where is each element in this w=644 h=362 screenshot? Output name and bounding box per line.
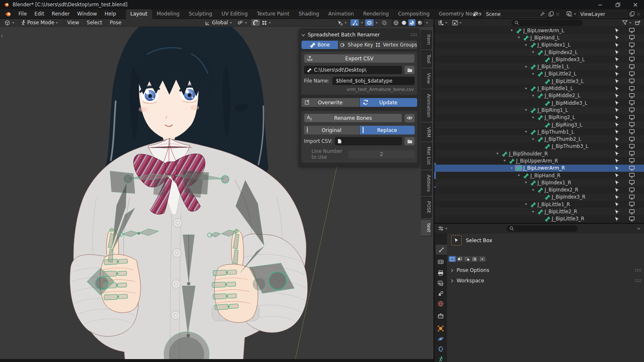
filter-icon[interactable] — [622, 20, 628, 25]
expand-chevron-icon[interactable] — [530, 116, 536, 119]
outliner-row[interactable]: J_BipLittle2_R — [434, 208, 644, 215]
viewport-display-icon[interactable] — [629, 129, 635, 134]
pin-icon[interactable] — [540, 12, 545, 16]
outliner-item-label[interactable]: J_BipIndex2_L — [544, 49, 578, 55]
expand-chevron-icon[interactable] — [501, 159, 508, 163]
panel-drag-handle[interactable] — [635, 269, 641, 272]
restore-button[interactable] — [609, 0, 626, 9]
selectability-icon[interactable] — [614, 86, 620, 91]
set-new-selection-button[interactable] — [449, 256, 456, 262]
viewport-display-icon[interactable] — [629, 137, 635, 142]
properties-editor-type-button[interactable] — [438, 226, 448, 231]
properties-tab-collection[interactable] — [434, 311, 447, 321]
expand-chevron-icon[interactable] — [522, 43, 529, 47]
outliner-row[interactable]: J_BipMiddle1_L — [434, 85, 644, 92]
selectability-icon[interactable] — [614, 180, 620, 185]
intersect-selection-button[interactable] — [479, 256, 486, 262]
menu-file[interactable]: File — [15, 10, 31, 18]
viewport-display-icon[interactable] — [629, 115, 635, 120]
expand-chevron-icon[interactable] — [522, 108, 529, 112]
original-radio-button[interactable]: Original — [304, 126, 359, 134]
viewport-display-icon[interactable] — [629, 35, 635, 40]
viewport-display-icon[interactable] — [629, 165, 635, 171]
outliner-row[interactable]: J_BipIndex2_R — [434, 186, 644, 194]
expand-chevron-icon[interactable] — [522, 65, 529, 69]
sidebar-tab-mat-list[interactable]: Mat List — [421, 142, 432, 169]
selectability-icon[interactable] — [614, 165, 620, 171]
selectability-icon[interactable] — [614, 35, 620, 40]
workspace-tab-sculpting[interactable]: Sculpting — [184, 9, 217, 19]
viewport-display-icon[interactable] — [629, 209, 635, 215]
selectability-icon[interactable] — [614, 144, 620, 149]
outliner-item-label[interactable]: J_BipLittle1_L — [537, 64, 569, 70]
sidebar-tab-vrm[interactable]: VRM — [421, 123, 432, 142]
outliner-item-label[interactable]: J_BipShoulder_R — [508, 151, 548, 157]
selectability-icon[interactable] — [614, 28, 620, 33]
expand-chevron-icon[interactable] — [515, 36, 522, 39]
outliner-item-label[interactable]: J_BipRing1_L — [537, 107, 568, 113]
viewport-display-icon[interactable] — [629, 187, 635, 193]
sidebar-tab-view[interactable]: View — [421, 69, 432, 88]
line-number-value[interactable]: 2 — [348, 150, 415, 158]
chevron-down-icon[interactable] — [361, 21, 364, 24]
outliner-row[interactable]: J_BipIndex1_L — [434, 41, 644, 49]
outliner-item-label[interactable]: J_BipLittle2_R — [544, 209, 577, 215]
viewport-display-icon[interactable] — [629, 93, 635, 98]
import-browse-button[interactable] — [405, 137, 415, 145]
expand-chevron-icon[interactable] — [530, 210, 536, 214]
selectability-icon[interactable] — [614, 42, 620, 48]
selectability-icon[interactable] — [614, 187, 620, 193]
viewport-display-icon[interactable] — [629, 202, 635, 207]
outliner-item-label[interactable]: J_BipThumb3_L — [551, 143, 588, 149]
outliner-item-label[interactable]: J_BipMiddle1_L — [537, 85, 573, 91]
expand-chevron-icon[interactable] — [530, 50, 536, 54]
outliner-row[interactable]: J_BipLowerArm_L — [434, 27, 644, 34]
panel-collapse-icon[interactable] — [301, 33, 305, 37]
workspace-panel[interactable]: Workspace — [447, 276, 644, 286]
viewport-display-icon[interactable] — [629, 28, 635, 33]
outliner-item-label[interactable]: J_BipThumb2_L — [544, 136, 581, 142]
workspace-tab-rendering[interactable]: Rendering — [358, 9, 393, 19]
workspace-tab-uv-editing[interactable]: UV Editing — [217, 9, 252, 19]
outliner-item-label[interactable]: J_BipRing3_L — [551, 122, 582, 128]
editor-type-button[interactable] — [3, 19, 16, 26]
viewport-display-icon[interactable] — [629, 100, 635, 106]
expand-chevron-icon[interactable] — [530, 94, 536, 98]
viewport-display-icon[interactable] — [629, 71, 635, 77]
browse-folder-button[interactable] — [405, 66, 415, 74]
outliner-item-label[interactable]: J_BipIndex2_R — [544, 187, 578, 193]
import-csv-field[interactable] — [335, 137, 402, 145]
blender-menu-icon[interactable] — [4, 11, 11, 17]
expand-chevron-icon[interactable] — [522, 130, 529, 134]
expand-chevron-icon[interactable] — [508, 166, 515, 170]
outliner-row[interactable]: J_BipRing1_L — [434, 106, 644, 114]
show-overlays-button[interactable] — [365, 19, 374, 26]
outliner-item-label[interactable]: J_BipIndex1_L — [537, 42, 571, 48]
sidebar-tab-tool[interactable]: Tool — [421, 50, 432, 67]
expand-chevron-icon[interactable] — [530, 188, 536, 192]
rename-bones-button[interactable]: Az Rename Bones — [304, 114, 402, 122]
close-button[interactable] — [626, 0, 644, 9]
invert-selection-button[interactable] — [471, 256, 478, 262]
outliner-item-label[interactable]: J_BipUpperArm_R — [515, 158, 558, 164]
update-button[interactable]: Update — [360, 98, 418, 107]
viewport-display-icon[interactable] — [629, 173, 635, 178]
outliner-row[interactable]: J_BipIndex3_R — [434, 194, 644, 201]
snap-settings-button[interactable] — [260, 19, 273, 26]
viewport-menu-select[interactable]: Select — [83, 20, 106, 26]
snap-toggle-button[interactable] — [252, 19, 260, 26]
selectability-icon[interactable] — [614, 71, 620, 77]
outliner-row[interactable]: J_BipLittle3_L — [434, 78, 644, 85]
outliner-row[interactable]: J_BipIndex1_R — [434, 179, 644, 186]
active-tool-icon-box[interactable] — [451, 235, 462, 246]
export-csv-button[interactable]: Export CSV — [304, 54, 415, 63]
selectability-icon[interactable] — [614, 64, 620, 70]
outliner-row[interactable]: J_BipThumb1_L — [434, 128, 644, 135]
chevron-down-icon[interactable] — [375, 21, 378, 24]
viewport-display-icon[interactable] — [629, 49, 635, 55]
properties-tab-scene[interactable] — [434, 288, 447, 298]
replace-radio-button[interactable]: Replace — [360, 126, 415, 134]
menu-edit[interactable]: Edit — [31, 10, 48, 18]
outliner-row[interactable]: J_BipRing2_L — [434, 114, 644, 121]
outliner-item-label[interactable]: J_BipLowerArm_L — [522, 28, 564, 34]
